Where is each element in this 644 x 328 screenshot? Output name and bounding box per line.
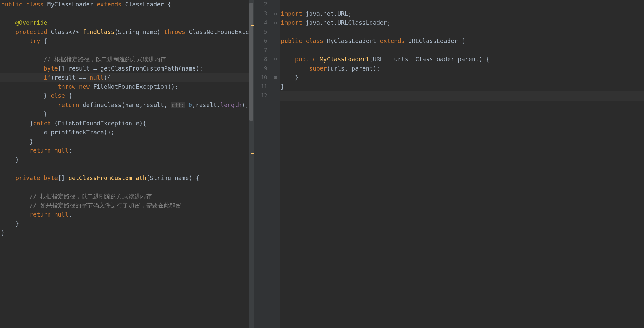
code-line[interactable] (280, 0, 644, 9)
fold-icon[interactable]: ⊟ (274, 57, 277, 62)
right-editor-pane[interactable]: 23456789101112 ⊟⊟⊟⊟ import java.net.URL;… (254, 0, 644, 328)
code-line[interactable]: import java.net.URLClassLoader; (280, 18, 644, 28)
code-line[interactable]: byte[] result = getClassFromCustomPath(n… (0, 64, 254, 73)
code-line[interactable]: super(urls, parent); (280, 64, 644, 73)
code-line[interactable]: // 根据指定路径，以二进制流的方式读进内存 (0, 55, 254, 64)
code-line[interactable] (280, 28, 644, 37)
line-number: 5 (254, 28, 267, 37)
scroll-thumb[interactable] (249, 3, 253, 121)
line-number: 8 (254, 55, 267, 64)
warning-marker[interactable] (251, 25, 254, 26)
fold-icon[interactable]: ⊟ (274, 20, 277, 25)
code-line[interactable]: } (0, 137, 254, 146)
code-line[interactable]: import java.net.URL; (280, 9, 644, 19)
code-line[interactable] (280, 46, 644, 55)
code-line[interactable]: } (0, 110, 254, 119)
code-line[interactable] (0, 9, 254, 19)
code-line[interactable] (0, 164, 254, 174)
left-editor-pane[interactable]: public class MyClassLoader extends Class… (0, 0, 254, 328)
fold-icon[interactable]: ⊟ (274, 11, 277, 16)
line-number: 11 (254, 82, 267, 92)
line-number: 3 (254, 9, 267, 19)
right-fold-gutter[interactable]: ⊟⊟⊟⊟ (273, 0, 280, 328)
left-code-area[interactable]: public class MyClassLoader extends Class… (0, 0, 254, 328)
right-code-area[interactable]: import java.net.URL;import java.net.URLC… (280, 0, 644, 328)
code-line[interactable]: public class MyClassLoader extends Class… (0, 0, 254, 9)
code-line[interactable] (0, 46, 254, 55)
code-line[interactable]: if(result == null){ (0, 73, 254, 82)
line-number: 4 (254, 18, 267, 28)
code-line[interactable]: } else { (0, 91, 254, 101)
code-line[interactable]: } (280, 73, 644, 82)
line-number: 9 (254, 64, 267, 73)
code-line[interactable]: e.printStackTrace(); (0, 128, 254, 137)
code-line[interactable]: return null; (0, 210, 254, 219)
code-line[interactable]: // 根据指定路径，以二进制流的方式读进内存 (0, 192, 254, 201)
warning-marker[interactable] (251, 153, 254, 154)
code-line[interactable]: // 如果指定路径的字节码文件进行了加密，需要在此解密 (0, 201, 254, 210)
code-line[interactable]: protected Class<?> findClass(String name… (0, 28, 254, 37)
code-line[interactable]: private byte[] getClassFromCustomPath(St… (0, 174, 254, 183)
code-line[interactable]: try { (0, 37, 254, 46)
code-line[interactable]: throw new FileNotFoundException(); (0, 82, 254, 92)
right-gutter: 23456789101112 (254, 0, 273, 328)
line-number: 2 (254, 0, 267, 9)
code-line[interactable]: } (0, 228, 254, 238)
code-line[interactable]: return null; (0, 146, 254, 155)
code-line[interactable]: }catch (FileNotFoundException e){ (0, 119, 254, 128)
code-line[interactable]: public class MyClassLoader1 extends URLC… (280, 37, 644, 46)
code-line[interactable] (0, 183, 254, 192)
line-number: 7 (254, 46, 267, 55)
fold-icon[interactable]: ⊟ (274, 75, 277, 80)
line-number: 10 (254, 73, 267, 82)
code-line[interactable]: return defineClass(name,result, off: 0,r… (0, 101, 254, 110)
code-line[interactable]: } (0, 219, 254, 228)
code-line[interactable] (280, 91, 644, 101)
code-line[interactable]: } (280, 82, 644, 92)
left-scrollbar[interactable] (249, 0, 254, 328)
code-line[interactable]: } (0, 155, 254, 165)
line-number: 12 (254, 91, 267, 101)
code-line[interactable]: public MyClassLoader1(URL[] urls, ClassL… (280, 55, 644, 64)
line-number: 6 (254, 37, 267, 46)
code-line[interactable]: @Override (0, 18, 254, 28)
